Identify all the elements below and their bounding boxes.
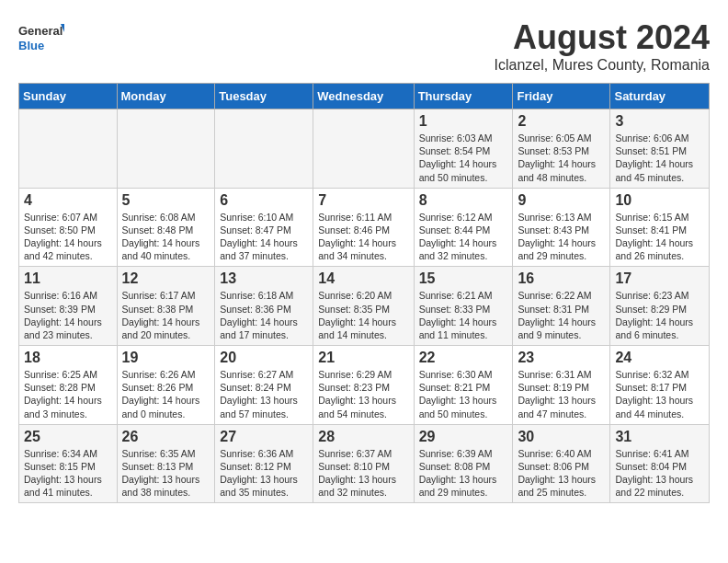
day-number: 30 [518, 429, 605, 445]
calendar-week-row: 25Sunrise: 6:34 AM Sunset: 8:15 PM Dayli… [19, 424, 710, 503]
calendar-cell [215, 109, 313, 189]
calendar-week-row: 1Sunrise: 6:03 AM Sunset: 8:54 PM Daylig… [19, 109, 710, 189]
calendar-cell [313, 109, 414, 189]
day-info: Sunrise: 6:13 AM Sunset: 8:43 PM Dayligh… [518, 211, 605, 263]
day-info: Sunrise: 6:29 AM Sunset: 8:23 PM Dayligh… [318, 368, 408, 420]
main-title: August 2024 [495, 18, 710, 57]
day-number: 24 [615, 350, 704, 366]
day-info: Sunrise: 6:06 AM Sunset: 8:51 PM Dayligh… [615, 132, 704, 184]
page-header: General Blue August 2024 Iclanzel, Mures… [18, 18, 710, 74]
day-info: Sunrise: 6:34 AM Sunset: 8:15 PM Dayligh… [24, 447, 112, 500]
calendar-cell: 20Sunrise: 6:27 AM Sunset: 8:24 PM Dayli… [215, 346, 313, 425]
calendar-cell: 25Sunrise: 6:34 AM Sunset: 8:15 PM Dayli… [19, 424, 118, 503]
day-info: Sunrise: 6:10 AM Sunset: 8:47 PM Dayligh… [220, 211, 308, 263]
calendar-cell: 10Sunrise: 6:15 AM Sunset: 8:41 PM Dayli… [610, 188, 710, 267]
day-number: 25 [24, 429, 112, 445]
day-number: 11 [24, 270, 112, 287]
day-info: Sunrise: 6:35 AM Sunset: 8:13 PM Dayligh… [122, 447, 210, 500]
svg-text:Blue: Blue [18, 39, 44, 52]
calendar-day-header: Sunday [19, 84, 118, 109]
day-number: 12 [122, 270, 210, 287]
day-info: Sunrise: 6:26 AM Sunset: 8:26 PM Dayligh… [122, 368, 210, 420]
calendar-day-header: Wednesday [313, 84, 414, 109]
calendar-cell: 12Sunrise: 6:17 AM Sunset: 8:38 PM Dayli… [117, 267, 215, 346]
day-info: Sunrise: 6:25 AM Sunset: 8:28 PM Dayligh… [24, 368, 112, 420]
calendar-cell: 2Sunrise: 6:05 AM Sunset: 8:53 PM Daylig… [513, 109, 610, 189]
calendar-cell: 30Sunrise: 6:40 AM Sunset: 8:06 PM Dayli… [513, 424, 610, 503]
day-number: 8 [419, 192, 508, 209]
calendar-cell: 22Sunrise: 6:30 AM Sunset: 8:21 PM Dayli… [414, 346, 513, 425]
day-number: 16 [518, 270, 605, 287]
day-info: Sunrise: 6:40 AM Sunset: 8:06 PM Dayligh… [518, 447, 605, 500]
calendar-cell: 7Sunrise: 6:11 AM Sunset: 8:46 PM Daylig… [313, 188, 414, 267]
day-info: Sunrise: 6:18 AM Sunset: 8:36 PM Dayligh… [220, 289, 308, 341]
calendar-day-header: Tuesday [215, 84, 313, 109]
calendar-cell: 31Sunrise: 6:41 AM Sunset: 8:04 PM Dayli… [610, 424, 710, 503]
calendar-cell: 6Sunrise: 6:10 AM Sunset: 8:47 PM Daylig… [215, 188, 313, 267]
day-info: Sunrise: 6:16 AM Sunset: 8:39 PM Dayligh… [24, 289, 112, 341]
calendar-cell: 3Sunrise: 6:06 AM Sunset: 8:51 PM Daylig… [610, 109, 710, 189]
day-info: Sunrise: 6:12 AM Sunset: 8:44 PM Dayligh… [419, 211, 508, 263]
day-number: 6 [220, 192, 308, 209]
calendar-cell: 24Sunrise: 6:32 AM Sunset: 8:17 PM Dayli… [610, 346, 710, 425]
calendar-cell: 28Sunrise: 6:37 AM Sunset: 8:10 PM Dayli… [313, 424, 414, 503]
day-info: Sunrise: 6:27 AM Sunset: 8:24 PM Dayligh… [220, 368, 308, 420]
day-info: Sunrise: 6:23 AM Sunset: 8:29 PM Dayligh… [615, 289, 704, 341]
calendar-cell: 23Sunrise: 6:31 AM Sunset: 8:19 PM Dayli… [513, 346, 610, 425]
day-info: Sunrise: 6:08 AM Sunset: 8:48 PM Dayligh… [122, 211, 210, 263]
calendar-cell: 26Sunrise: 6:35 AM Sunset: 8:13 PM Dayli… [117, 424, 215, 503]
day-number: 15 [419, 270, 508, 287]
calendar-day-header: Thursday [414, 84, 513, 109]
logo-svg: General Blue [18, 18, 64, 60]
day-number: 13 [220, 270, 308, 287]
day-info: Sunrise: 6:41 AM Sunset: 8:04 PM Dayligh… [615, 447, 704, 500]
day-number: 21 [318, 350, 408, 366]
day-info: Sunrise: 6:11 AM Sunset: 8:46 PM Dayligh… [318, 211, 408, 263]
calendar-header-row: SundayMondayTuesdayWednesdayThursdayFrid… [19, 84, 710, 109]
day-number: 19 [122, 350, 210, 366]
calendar-week-row: 11Sunrise: 6:16 AM Sunset: 8:39 PM Dayli… [19, 267, 710, 346]
calendar-cell: 14Sunrise: 6:20 AM Sunset: 8:35 PM Dayli… [313, 267, 414, 346]
calendar-cell: 8Sunrise: 6:12 AM Sunset: 8:44 PM Daylig… [414, 188, 513, 267]
calendar-week-row: 4Sunrise: 6:07 AM Sunset: 8:50 PM Daylig… [19, 188, 710, 267]
day-info: Sunrise: 6:15 AM Sunset: 8:41 PM Dayligh… [615, 211, 704, 263]
day-info: Sunrise: 6:17 AM Sunset: 8:38 PM Dayligh… [122, 289, 210, 341]
calendar-cell: 9Sunrise: 6:13 AM Sunset: 8:43 PM Daylig… [513, 188, 610, 267]
calendar-cell: 4Sunrise: 6:07 AM Sunset: 8:50 PM Daylig… [19, 188, 118, 267]
day-info: Sunrise: 6:22 AM Sunset: 8:31 PM Dayligh… [518, 289, 605, 341]
day-info: Sunrise: 6:20 AM Sunset: 8:35 PM Dayligh… [318, 289, 408, 341]
calendar-cell [117, 109, 215, 189]
day-info: Sunrise: 6:37 AM Sunset: 8:10 PM Dayligh… [318, 447, 408, 500]
calendar-cell: 17Sunrise: 6:23 AM Sunset: 8:29 PM Dayli… [610, 267, 710, 346]
day-info: Sunrise: 6:21 AM Sunset: 8:33 PM Dayligh… [419, 289, 508, 341]
calendar-cell: 21Sunrise: 6:29 AM Sunset: 8:23 PM Dayli… [313, 346, 414, 425]
day-number: 7 [318, 192, 408, 209]
calendar-cell: 13Sunrise: 6:18 AM Sunset: 8:36 PM Dayli… [215, 267, 313, 346]
calendar-cell: 5Sunrise: 6:08 AM Sunset: 8:48 PM Daylig… [117, 188, 215, 267]
calendar-cell: 1Sunrise: 6:03 AM Sunset: 8:54 PM Daylig… [414, 109, 513, 189]
day-number: 14 [318, 270, 408, 287]
day-info: Sunrise: 6:39 AM Sunset: 8:08 PM Dayligh… [419, 447, 508, 500]
day-number: 9 [518, 192, 605, 209]
day-number: 20 [220, 350, 308, 366]
calendar-cell: 29Sunrise: 6:39 AM Sunset: 8:08 PM Dayli… [414, 424, 513, 503]
calendar-cell: 27Sunrise: 6:36 AM Sunset: 8:12 PM Dayli… [215, 424, 313, 503]
day-number: 10 [615, 192, 704, 209]
calendar-day-header: Friday [513, 84, 610, 109]
calendar-day-header: Saturday [610, 84, 710, 109]
day-number: 23 [518, 350, 605, 366]
day-number: 31 [615, 429, 704, 445]
day-number: 28 [318, 429, 408, 445]
day-number: 18 [24, 350, 112, 366]
day-number: 17 [615, 270, 704, 287]
calendar-cell: 11Sunrise: 6:16 AM Sunset: 8:39 PM Dayli… [19, 267, 118, 346]
day-number: 26 [122, 429, 210, 445]
calendar-day-header: Monday [117, 84, 215, 109]
day-number: 1 [419, 113, 508, 130]
day-number: 2 [518, 113, 605, 130]
calendar-cell: 16Sunrise: 6:22 AM Sunset: 8:31 PM Dayli… [513, 267, 610, 346]
day-info: Sunrise: 6:31 AM Sunset: 8:19 PM Dayligh… [518, 368, 605, 420]
day-number: 5 [122, 192, 210, 209]
calendar-cell [19, 109, 118, 189]
day-number: 29 [419, 429, 508, 445]
